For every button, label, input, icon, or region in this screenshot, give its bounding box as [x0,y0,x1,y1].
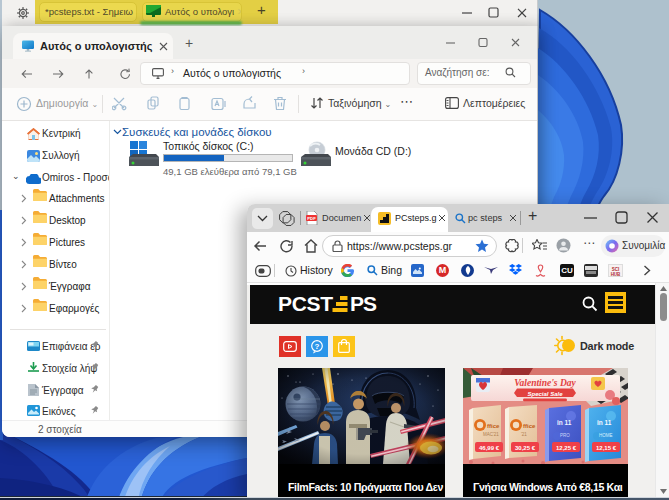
svg-text:'21: '21 [521,432,527,437]
svg-text:PS: PS [350,294,377,315]
svg-text:HOME: HOME [599,433,613,438]
svg-text:in 11: in 11 [597,419,612,426]
svg-text:in 11: in 11 [557,419,572,426]
svg-text:12,25 €: 12,25 € [556,445,577,451]
svg-text:12,15 €: 12,15 € [596,445,617,451]
svg-text:30,25 €: 30,25 € [515,445,536,451]
svg-text:ffice: ffice [523,423,536,429]
svg-text:MAC'21: MAC'21 [483,432,499,437]
svg-text:ffice: ffice [487,423,500,429]
svg-text:46,99 €: 46,99 € [479,445,500,451]
svg-text:PCST: PCST [278,294,333,315]
svg-text:?: ? [315,342,320,351]
svg-text:Valentine's Day: Valentine's Day [514,378,576,388]
svg-text:Special Sale: Special Sale [527,391,563,397]
svg-text:PRO: PRO [560,433,570,438]
svg-text:PDF: PDF [307,216,316,221]
